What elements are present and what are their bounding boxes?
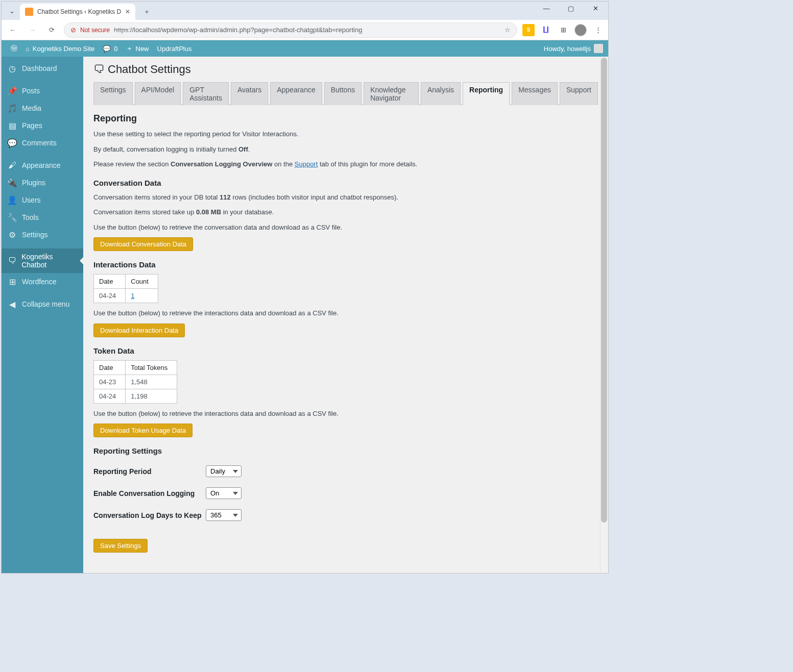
- malwarebytes-icon[interactable]: ⵡ: [540, 24, 552, 36]
- interaction-count-link[interactable]: 1: [131, 292, 134, 300]
- reporting-heading: Reporting: [93, 113, 598, 124]
- close-window-button[interactable]: ✕: [588, 5, 603, 12]
- conversation-data-heading: Conversation Data: [93, 179, 598, 187]
- tab-settings[interactable]: Settings: [93, 82, 133, 105]
- menu-users[interactable]: 👤Users: [2, 191, 83, 209]
- url-text: https://localhost/wpdemo/wp-admin/admin.…: [114, 26, 362, 34]
- tab-messages[interactable]: Messages: [512, 82, 558, 105]
- minimize-button[interactable]: —: [539, 5, 554, 12]
- conv-rows-text: Conversation items stored in your DB tot…: [93, 192, 598, 203]
- reporting-period-select[interactable]: Daily: [206, 465, 242, 477]
- conversation-logging-label: Enable Conversation Logging: [93, 489, 206, 497]
- reload-button[interactable]: ⟳: [44, 23, 59, 37]
- chat-icon: 🗨: [8, 256, 16, 265]
- not-secure-icon: ⊘: [70, 26, 76, 34]
- tab-gpt-assistants[interactable]: GPT Assistants: [183, 82, 229, 105]
- reporting-period-label: Reporting Period: [93, 467, 206, 476]
- user-avatar-icon[interactable]: [594, 44, 603, 53]
- wordpress-icon: ⓦ: [11, 44, 17, 53]
- menu-plugins[interactable]: 🔌Plugins: [2, 174, 83, 191]
- token-th-total: Total Tokens: [126, 360, 177, 375]
- conv-instruction: Use the button (below) to retrieve the c…: [93, 222, 598, 233]
- menu-comments[interactable]: 💬Comments: [2, 134, 83, 152]
- tab-buttons[interactable]: Buttons: [324, 82, 362, 105]
- table-row: 04-241,198: [94, 389, 177, 403]
- tab-support[interactable]: Support: [560, 82, 598, 105]
- new-tab-button[interactable]: ＋: [139, 5, 154, 19]
- wp-logo[interactable]: ⓦ: [7, 40, 21, 57]
- log-days-select[interactable]: 365: [206, 509, 242, 521]
- reporting-settings-heading: Reporting Settings: [93, 446, 598, 455]
- pin-icon: 📌: [8, 86, 17, 95]
- menu-collapse[interactable]: ◀Collapse menu: [2, 295, 83, 313]
- comments-link[interactable]: 💬0: [99, 40, 122, 57]
- back-button[interactable]: ←: [6, 23, 20, 37]
- plugin-icon: 🔌: [8, 178, 17, 187]
- plus-icon: ＋: [126, 44, 133, 53]
- menu-pages[interactable]: ▤Pages: [2, 117, 83, 134]
- reporting-desc-1: Use these setting to select the reportin…: [93, 129, 598, 139]
- menu-settings[interactable]: ⚙Settings: [2, 226, 83, 243]
- menu-appearance[interactable]: 🖌Appearance: [2, 157, 83, 174]
- conversation-logging-select[interactable]: On: [206, 487, 242, 499]
- bookmark-star-icon[interactable]: ☆: [504, 26, 511, 34]
- collapse-icon: ◀: [8, 300, 17, 309]
- download-conversation-button[interactable]: Download Conversation Data: [93, 237, 193, 251]
- chrome-menu-icon[interactable]: ⋮: [592, 24, 604, 36]
- profile-avatar[interactable]: [574, 24, 587, 36]
- nav-tabs: Settings API/Model GPT Assistants Avatar…: [93, 82, 598, 105]
- home-icon: ⌂: [26, 45, 30, 53]
- token-instruction: Use the button (below) to retrieve the i…: [93, 409, 598, 419]
- token-table: DateTotal Tokens 04-231,548 04-241,198: [93, 360, 177, 404]
- interactions-heading: Interactions Data: [93, 260, 598, 269]
- tab-analysis[interactable]: Analysis: [421, 82, 461, 105]
- menu-kognetiks-chatbot[interactable]: 🗨Kognetiks Chatbot: [2, 248, 83, 273]
- user-icon: 👤: [8, 195, 17, 205]
- wrench-icon: 🔧: [8, 213, 17, 222]
- menu-posts[interactable]: 📌Posts: [2, 82, 83, 99]
- tab-api-model[interactable]: API/Model: [135, 82, 181, 105]
- not-secure-label: Not secure: [80, 27, 110, 34]
- scrollbar[interactable]: [600, 57, 608, 573]
- conv-size-text: Conversation items stored take up 0.08 M…: [93, 207, 598, 217]
- media-icon: 🎵: [8, 104, 17, 113]
- sliders-icon: ⚙: [8, 230, 17, 239]
- table-row: 04-241: [94, 289, 158, 303]
- xampp-favicon-icon: [25, 8, 33, 16]
- page-icon: ▤: [8, 121, 17, 130]
- howdy-text[interactable]: Howdy, howelljs: [544, 45, 591, 53]
- download-token-button[interactable]: Download Token Usage Data: [93, 424, 193, 437]
- chat-bubble-icon: 🗨: [93, 63, 105, 76]
- extension-icon[interactable]: S: [522, 24, 535, 36]
- address-bar[interactable]: ⊘ Not secure https://localhost/wpdemo/wp…: [64, 22, 517, 38]
- interactions-th-count: Count: [126, 275, 158, 289]
- tab-appearance[interactable]: Appearance: [270, 82, 322, 105]
- tab-reporting[interactable]: Reporting: [463, 82, 510, 105]
- window-controls: — ▢ ✕: [539, 5, 603, 12]
- updraft-link[interactable]: UpdraftPlus: [153, 40, 196, 57]
- scrollbar-thumb[interactable]: [601, 58, 607, 522]
- interactions-instruction: Use the button (below) to retrieve the i…: [93, 308, 598, 318]
- save-settings-button[interactable]: Save Settings: [93, 539, 148, 553]
- download-interaction-button[interactable]: Download Interaction Data: [93, 323, 185, 337]
- site-name-link[interactable]: ⌂Kognetiks Demo Site: [21, 40, 99, 57]
- maximize-button[interactable]: ▢: [563, 5, 579, 12]
- tab-knowledge-navigator[interactable]: Knowledge Navigator: [364, 82, 419, 105]
- menu-tools[interactable]: 🔧Tools: [2, 209, 83, 226]
- forward-button[interactable]: →: [25, 23, 39, 37]
- interactions-table: DateCount 04-241: [93, 274, 158, 303]
- dashboard-icon: ◷: [8, 64, 17, 73]
- browser-tab[interactable]: Chatbot Settings ‹ Kognetiks D ✕: [20, 4, 135, 20]
- menu-wordfence[interactable]: ⊞Wordfence: [2, 273, 83, 290]
- menu-media[interactable]: 🎵Media: [2, 99, 83, 117]
- comment-icon: 💬: [8, 138, 17, 147]
- support-link[interactable]: Support: [295, 160, 318, 168]
- tab-avatars[interactable]: Avatars: [231, 82, 268, 105]
- close-tab-icon[interactable]: ✕: [125, 8, 130, 15]
- menu-dashboard[interactable]: ◷Dashboard: [2, 60, 83, 77]
- new-content-link[interactable]: ＋New: [122, 40, 153, 57]
- tab-search-button[interactable]: ⌄: [6, 5, 18, 17]
- extensions-icon[interactable]: ⊞: [557, 24, 569, 36]
- token-data-heading: Token Data: [93, 346, 598, 355]
- interactions-th-date: Date: [94, 275, 126, 289]
